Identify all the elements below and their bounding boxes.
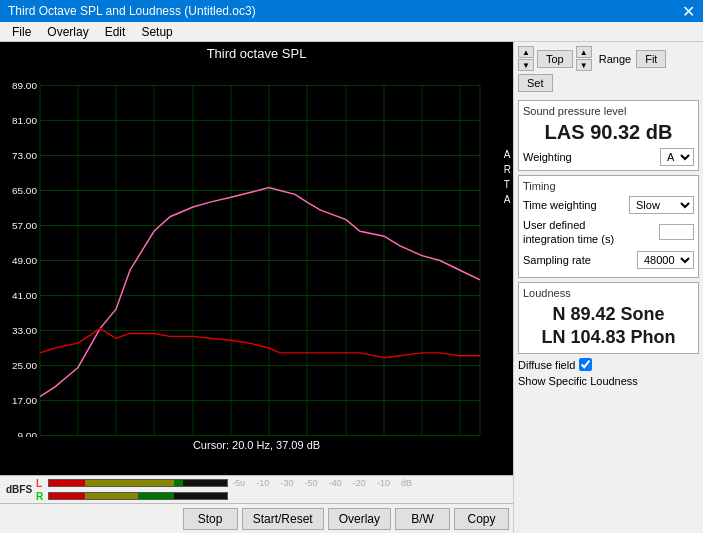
integration-label: User definedintegration time (s)	[523, 218, 614, 247]
spl-section: Sound pressure level LAS 90.32 dB Weight…	[518, 100, 699, 171]
menu-bar: File Overlay Edit Setup	[0, 22, 703, 42]
menu-file[interactable]: File	[4, 23, 39, 41]
start-reset-button[interactable]: Start/Reset	[242, 508, 324, 530]
weighting-row: Weighting ABCZ	[523, 148, 694, 166]
integration-input[interactable]: 10	[659, 224, 694, 240]
chart-svg: 89.00 81.00 73.00 65.00 57.00 49.00 41.0…	[0, 66, 490, 455]
title-text: Third Octave SPL and Loudness (Untitled.…	[8, 4, 256, 18]
show-specific-row: Show Specific Loudness	[518, 375, 699, 387]
svg-text:49.00: 49.00	[12, 256, 38, 267]
top-down-arrow[interactable]: ▼	[518, 59, 534, 71]
svg-text:41.00: 41.00	[12, 291, 38, 302]
sampling-select[interactable]: 480004410096000	[637, 251, 694, 269]
time-weighting-row: Time weighting SlowFastImpulse	[523, 196, 694, 214]
dbfs-label: dBFS	[6, 484, 32, 495]
set-button[interactable]: Set	[518, 74, 553, 92]
bw-button[interactable]: B/W	[395, 508, 450, 530]
top-controls: ▲ ▼ Top ▲ ▼ Range Fit Set	[518, 46, 699, 92]
r-channel-label: R	[36, 491, 46, 502]
menu-overlay[interactable]: Overlay	[39, 23, 96, 41]
loudness-section: Loudness N 89.42 Sone LN 104.83 Phon	[518, 282, 699, 355]
svg-text:73.00: 73.00	[12, 150, 38, 161]
diffuse-field-row: Diffuse field	[518, 358, 699, 371]
svg-text:17.00: 17.00	[12, 396, 38, 407]
integration-time-row: User definedintegration time (s) 10	[523, 218, 694, 247]
overlay-button[interactable]: Overlay	[328, 508, 391, 530]
range-label: Range	[599, 53, 631, 65]
weighting-label: Weighting	[523, 151, 572, 163]
cursor-text: Cursor: 20.0 Hz, 37.09 dB	[0, 437, 513, 453]
l-meter-channel: L -5u-10-30-50-40-20-10dB	[36, 478, 507, 489]
r-channel-bar	[48, 492, 228, 500]
time-weighting-label: Time weighting	[523, 199, 597, 211]
svg-text:33.00: 33.00	[12, 326, 38, 337]
dbfs-bar: dBFS L -5u-10-30-50-40-20-10dB	[0, 475, 513, 503]
range-down-arrow[interactable]: ▼	[576, 59, 592, 71]
svg-text:81.00: 81.00	[12, 115, 38, 126]
show-specific-label: Show Specific Loudness	[518, 375, 638, 387]
loudness-section-title: Loudness	[523, 287, 694, 299]
chart-container: Third octave SPL dB ARTA	[0, 42, 513, 475]
timing-section: Timing Time weighting SlowFastImpulse Us…	[518, 175, 699, 278]
svg-text:25.00: 25.00	[12, 361, 38, 372]
chart-area: Third octave SPL dB ARTA	[0, 42, 513, 533]
controls-row: Stop Start/Reset Overlay B/W Copy	[0, 503, 513, 533]
menu-edit[interactable]: Edit	[97, 23, 134, 41]
main-layout: Third octave SPL dB ARTA	[0, 42, 703, 533]
loudness-line1: N 89.42 Sone	[523, 303, 694, 326]
time-weighting-select[interactable]: SlowFastImpulse	[629, 196, 694, 214]
fit-button[interactable]: Fit	[636, 50, 666, 68]
stop-button[interactable]: Stop	[183, 508, 238, 530]
diffuse-field-label: Diffuse field	[518, 359, 575, 371]
right-panel: ▲ ▼ Top ▲ ▼ Range Fit Set Sound pressure…	[513, 42, 703, 533]
r-meter-channel: R	[36, 491, 507, 502]
top-up-arrow[interactable]: ▲	[518, 46, 534, 58]
close-icon[interactable]: ✕	[682, 2, 695, 21]
top-button[interactable]: Top	[537, 50, 573, 68]
timing-section-title: Timing	[523, 180, 694, 192]
copy-button[interactable]: Copy	[454, 508, 509, 530]
arta-label: ARTA	[504, 147, 511, 207]
l-channel-bar	[48, 479, 228, 487]
spl-section-title: Sound pressure level	[523, 105, 694, 117]
weighting-select[interactable]: ABCZ	[660, 148, 694, 166]
loudness-line2: LN 104.83 Phon	[523, 326, 694, 349]
sampling-label: Sampling rate	[523, 254, 591, 266]
svg-text:57.00: 57.00	[12, 221, 38, 232]
title-bar: Third Octave SPL and Loudness (Untitled.…	[0, 0, 703, 22]
range-up-arrow[interactable]: ▲	[576, 46, 592, 58]
loudness-value: N 89.42 Sone LN 104.83 Phon	[523, 303, 694, 350]
sampling-rate-row: Sampling rate 480004410096000	[523, 251, 694, 269]
chart-title: Third octave SPL	[0, 42, 513, 63]
diffuse-field-checkbox[interactable]	[579, 358, 592, 371]
menu-setup[interactable]: Setup	[133, 23, 180, 41]
spl-value: LAS 90.32 dB	[523, 121, 694, 144]
svg-text:89.00: 89.00	[12, 80, 38, 91]
svg-text:65.00: 65.00	[12, 185, 38, 196]
l-channel-label: L	[36, 478, 46, 489]
